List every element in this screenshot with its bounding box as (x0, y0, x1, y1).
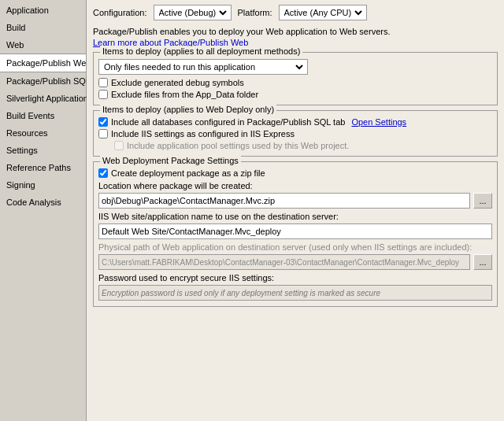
create-zip-checkbox[interactable] (98, 168, 108, 178)
sidebar: Application Build Web Package/Publish We… (0, 0, 87, 421)
password-input[interactable] (98, 285, 492, 301)
include-iis-checkbox[interactable] (98, 129, 108, 138)
sidebar-item-reference-paths[interactable]: Reference Paths (0, 159, 86, 176)
physical-path-input[interactable] (98, 254, 470, 270)
sidebar-item-silverlight[interactable]: Silverlight Applications (0, 90, 86, 107)
configuration-select[interactable]: Active (Debug) Debug Release (156, 6, 229, 20)
deploy-dropdown-wrapper[interactable]: Only files needed to run this applicatio… (98, 59, 492, 75)
configuration-label: Configuration: (93, 8, 147, 17)
include-app-pool-label: Include application pool settings used b… (127, 141, 349, 150)
web-deployment-package-section: Web Deployment Package Settings Create d… (93, 161, 498, 307)
items-to-deploy-section: Items to deploy (applies to all deployme… (93, 52, 498, 105)
sidebar-item-package-publish-web[interactable]: Package/Publish Web (0, 54, 86, 72)
exclude-app-data-checkbox[interactable] (98, 90, 108, 99)
physical-path-browse-button[interactable]: ... (473, 254, 492, 270)
web-deploy-section: Items to deploy (applies to Web Deploy o… (93, 110, 498, 157)
password-label: Password used to encrypt secure IIS sett… (98, 273, 492, 283)
physical-path-label: Physical path of Web application on dest… (98, 242, 492, 252)
config-row: Configuration: Active (Debug) Debug Rele… (93, 5, 498, 20)
platform-label: Platform: (238, 8, 272, 17)
location-input-row: ... (98, 193, 492, 209)
location-input[interactable] (98, 193, 470, 209)
include-app-pool-row: Include application pool settings used b… (98, 141, 492, 150)
create-zip-row: Create deployment package as a zip file (98, 168, 492, 178)
include-db-checkbox[interactable] (98, 117, 108, 127)
exclude-app-data-label: Exclude files from the App_Data folder (111, 90, 258, 99)
create-zip-label: Create deployment package as a zip file (111, 168, 265, 178)
content-panel: Configuration: Active (Debug) Debug Rele… (87, 0, 504, 421)
open-settings-link[interactable]: Open Settings (351, 117, 406, 127)
sidebar-item-web[interactable]: Web (0, 36, 86, 54)
iis-site-label: IIS Web site/application name to use on … (98, 212, 492, 221)
physical-path-input-row: ... (98, 254, 492, 270)
sidebar-item-resources[interactable]: Resources (0, 124, 86, 142)
exclude-debug-label: Exclude generated debug symbols (111, 78, 244, 87)
platform-dropdown-wrapper[interactable]: Active (Any CPU) Any CPU x86 x64 (279, 5, 367, 20)
include-iis-label: Include IIS settings as configured in II… (111, 129, 295, 138)
intro-text: Package/Publish enables you to deploy yo… (93, 27, 498, 36)
password-input-row (98, 285, 492, 301)
sidebar-item-package-publish-sql[interactable]: Package/Publish SQL (0, 72, 86, 90)
sidebar-item-code-analysis[interactable]: Code Analysis (0, 194, 86, 211)
include-db-row: Include all databases configured in Pack… (98, 117, 492, 127)
exclude-debug-row: Exclude generated debug symbols (98, 78, 492, 87)
web-deploy-title: Items to deploy (applies to Web Deploy o… (100, 105, 276, 114)
location-label: Location where package will be created: (98, 181, 492, 190)
exclude-debug-checkbox[interactable] (98, 78, 108, 87)
location-browse-button[interactable]: ... (473, 193, 492, 209)
configuration-dropdown-wrapper[interactable]: Active (Debug) Debug Release (154, 5, 232, 20)
iis-site-input-row (98, 223, 492, 239)
sidebar-item-settings[interactable]: Settings (0, 142, 86, 159)
platform-select[interactable]: Active (Any CPU) Any CPU x86 x64 (281, 6, 365, 20)
web-deployment-package-title: Web Deployment Package Settings (100, 156, 241, 165)
include-app-pool-checkbox (114, 141, 124, 150)
sidebar-item-build-events[interactable]: Build Events (0, 107, 86, 124)
include-iis-row: Include IIS settings as configured in II… (98, 129, 492, 138)
sidebar-item-application[interactable]: Application (0, 2, 86, 19)
exclude-app-data-row: Exclude files from the App_Data folder (98, 90, 492, 99)
deploy-dropdown[interactable]: Only files needed to run this applicatio… (101, 60, 306, 74)
sidebar-item-signing[interactable]: Signing (0, 176, 86, 194)
items-to-deploy-title: Items to deploy (applies to all deployme… (100, 46, 302, 56)
include-db-label: Include all databases configured in Pack… (111, 117, 345, 127)
iis-site-input[interactable] (98, 223, 492, 239)
sidebar-item-build[interactable]: Build (0, 19, 86, 36)
